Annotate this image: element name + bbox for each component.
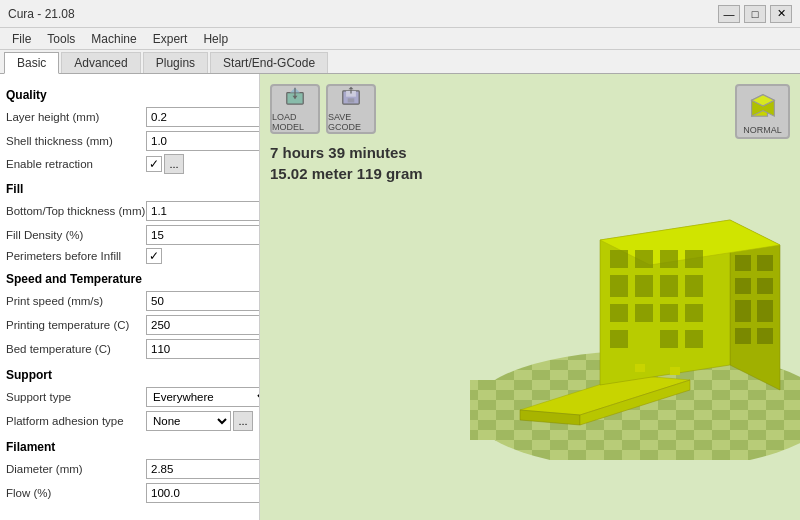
tab-basic[interactable]: Basic bbox=[4, 52, 59, 74]
diameter-row: Diameter (mm) bbox=[6, 458, 253, 480]
platform-adhesion-label: Platform adhesion type bbox=[6, 415, 146, 427]
settings-panel: Quality Layer height (mm) Shell thicknes… bbox=[0, 74, 260, 520]
svg-rect-31 bbox=[735, 300, 751, 322]
svg-rect-39 bbox=[685, 250, 703, 268]
menu-bar: File Tools Machine Expert Help bbox=[0, 28, 800, 50]
diameter-label: Diameter (mm) bbox=[6, 463, 146, 475]
svg-rect-30 bbox=[735, 278, 751, 294]
print-material: 15.02 meter 119 gram bbox=[270, 163, 423, 184]
section-quality: Quality bbox=[6, 88, 253, 102]
svg-rect-29 bbox=[757, 255, 773, 271]
svg-rect-32 bbox=[757, 300, 773, 322]
main-content: Quality Layer height (mm) Shell thicknes… bbox=[0, 74, 800, 520]
toolbar: LOAD MODEL SAVE GCODE bbox=[270, 84, 376, 134]
print-info: 7 hours 39 minutes 15.02 meter 119 gram bbox=[270, 142, 423, 184]
layer-height-input[interactable] bbox=[146, 107, 260, 127]
svg-rect-52 bbox=[670, 367, 680, 375]
perimeters-label: Perimeters before Infill bbox=[6, 250, 146, 262]
print-speed-input[interactable] bbox=[146, 291, 260, 311]
svg-rect-45 bbox=[635, 304, 653, 322]
enable-retraction-btn[interactable]: ... bbox=[164, 154, 184, 174]
3d-view: LOAD MODEL SAVE GCODE 7 hours 39 minutes… bbox=[260, 74, 800, 520]
close-button[interactable]: ✕ bbox=[770, 5, 792, 23]
support-type-row: Support type None Everywhere Touching bu… bbox=[6, 386, 253, 408]
window-title: Cura - 21.08 bbox=[8, 7, 75, 21]
tab-advanced[interactable]: Advanced bbox=[61, 52, 140, 73]
load-model-button[interactable]: LOAD MODEL bbox=[270, 84, 320, 134]
save-gcode-label: SAVE GCODE bbox=[328, 112, 374, 132]
enable-retraction-checkbox[interactable]: ✓ bbox=[146, 156, 162, 172]
fill-density-row: Fill Density (%) ... bbox=[6, 224, 253, 246]
printing-temp-label: Printing temperature (C) bbox=[6, 319, 146, 331]
shell-thickness-label: Shell thickness (mm) bbox=[6, 135, 146, 147]
svg-rect-35 bbox=[757, 328, 773, 344]
3d-model-svg bbox=[460, 100, 800, 460]
menu-machine[interactable]: Machine bbox=[83, 30, 144, 48]
title-bar: Cura - 21.08 — □ ✕ bbox=[0, 0, 800, 28]
svg-rect-36 bbox=[610, 250, 628, 268]
section-fill: Fill bbox=[6, 182, 253, 196]
svg-rect-51 bbox=[635, 364, 645, 372]
tab-bar: Basic Advanced Plugins Start/End-GCode bbox=[0, 50, 800, 74]
minimize-button[interactable]: — bbox=[718, 5, 740, 23]
svg-rect-43 bbox=[685, 275, 703, 297]
fill-density-input[interactable] bbox=[146, 225, 260, 245]
printing-temp-input[interactable] bbox=[146, 315, 260, 335]
menu-tools[interactable]: Tools bbox=[39, 30, 83, 48]
shell-thickness-input[interactable] bbox=[146, 131, 260, 151]
svg-rect-33 bbox=[735, 328, 751, 344]
print-speed-label: Print speed (mm/s) bbox=[6, 295, 146, 307]
printing-temp-row: Printing temperature (C) bbox=[6, 314, 253, 336]
svg-marker-8 bbox=[349, 87, 354, 89]
layer-height-row: Layer height (mm) bbox=[6, 106, 253, 128]
print-time: 7 hours 39 minutes bbox=[270, 142, 423, 163]
menu-file[interactable]: File bbox=[4, 30, 39, 48]
svg-rect-47 bbox=[685, 304, 703, 322]
bottom-top-thickness-row: Bottom/Top thickness (mm) bbox=[6, 200, 253, 222]
bed-temp-input[interactable] bbox=[146, 339, 260, 359]
platform-adhesion-select[interactable]: None Brim Raft bbox=[146, 411, 231, 431]
load-model-label: LOAD MODEL bbox=[272, 112, 318, 132]
load-model-icon bbox=[281, 86, 309, 109]
bottom-top-thickness-input[interactable] bbox=[146, 201, 260, 221]
enable-retraction-label: Enable retraction bbox=[6, 158, 146, 170]
shell-thickness-row: Shell thickness (mm) bbox=[6, 130, 253, 152]
svg-rect-41 bbox=[635, 275, 653, 297]
window-controls[interactable]: — □ ✕ bbox=[718, 5, 792, 23]
support-type-select[interactable]: None Everywhere Touching buildplate bbox=[146, 387, 260, 407]
enable-retraction-row: Enable retraction ✓ ... bbox=[6, 154, 253, 174]
box-model bbox=[600, 220, 780, 390]
maximize-button[interactable]: □ bbox=[744, 5, 766, 23]
svg-rect-46 bbox=[660, 304, 678, 322]
svg-rect-48 bbox=[610, 330, 628, 348]
svg-rect-37 bbox=[635, 250, 653, 268]
svg-rect-49 bbox=[660, 330, 678, 348]
fill-density-label: Fill Density (%) bbox=[6, 229, 146, 241]
bed-temp-row: Bed temperature (C) bbox=[6, 338, 253, 360]
save-gcode-icon bbox=[337, 86, 365, 109]
flow-row: Flow (%) bbox=[6, 482, 253, 504]
tab-plugins[interactable]: Plugins bbox=[143, 52, 208, 73]
section-filament: Filament bbox=[6, 440, 253, 454]
svg-rect-6 bbox=[348, 98, 355, 102]
bottom-top-thickness-label: Bottom/Top thickness (mm) bbox=[6, 205, 146, 217]
save-gcode-button[interactable]: SAVE GCODE bbox=[326, 84, 376, 134]
platform-adhesion-row: Platform adhesion type None Brim Raft ..… bbox=[6, 410, 253, 432]
diameter-input[interactable] bbox=[146, 459, 260, 479]
print-speed-row: Print speed (mm/s) bbox=[6, 290, 253, 312]
svg-rect-38 bbox=[660, 250, 678, 268]
perimeters-checkbox[interactable]: ✓ bbox=[146, 248, 162, 264]
svg-rect-44 bbox=[610, 304, 628, 322]
menu-help[interactable]: Help bbox=[195, 30, 236, 48]
tab-startend[interactable]: Start/End-GCode bbox=[210, 52, 328, 73]
flow-input[interactable] bbox=[146, 483, 260, 503]
svg-rect-28 bbox=[735, 255, 751, 271]
perimeters-row: Perimeters before Infill ✓ bbox=[6, 248, 253, 264]
svg-rect-42 bbox=[660, 275, 678, 297]
platform-adhesion-btn[interactable]: ... bbox=[233, 411, 253, 431]
menu-expert[interactable]: Expert bbox=[145, 30, 196, 48]
layer-height-label: Layer height (mm) bbox=[6, 111, 146, 123]
section-speed: Speed and Temperature bbox=[6, 272, 253, 286]
svg-rect-34 bbox=[757, 278, 773, 294]
platform-adhesion-wrapper: None Brim Raft bbox=[146, 411, 231, 431]
